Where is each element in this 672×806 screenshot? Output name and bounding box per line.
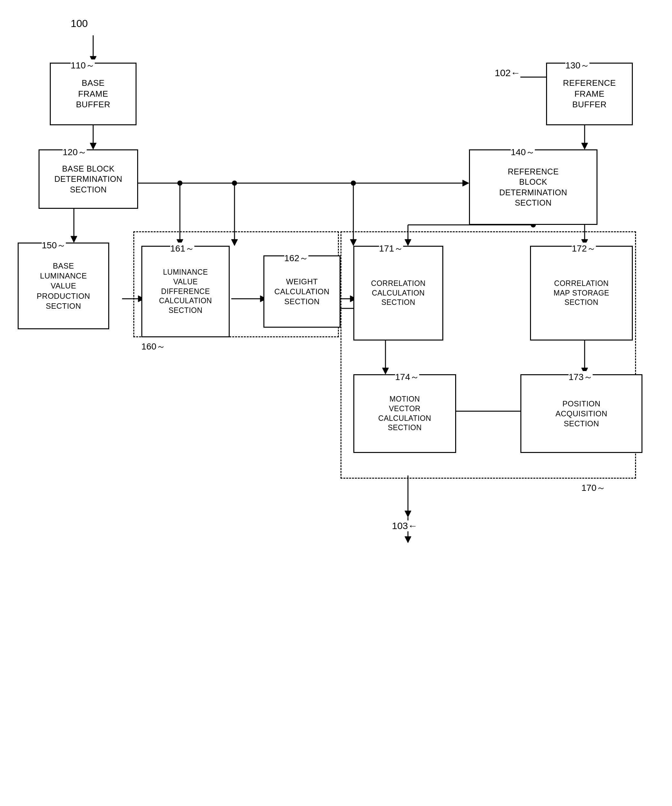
svg-point-12 — [351, 180, 356, 186]
box-162: WEIGHTCALCULATIONSECTION — [263, 255, 340, 328]
label-170: 170～ — [581, 482, 606, 494]
label-140: 140～ — [511, 146, 535, 159]
box-171: CORRELATIONCALCULATIONSECTION — [353, 246, 443, 340]
label-162: 162～ — [284, 252, 309, 264]
svg-marker-9 — [462, 180, 469, 186]
box-140: REFERENCEBLOCKDETERMINATIONSECTION — [469, 149, 598, 225]
svg-marker-44 — [405, 511, 411, 517]
label-172: 172～ — [572, 243, 596, 255]
svg-marker-7 — [71, 236, 77, 243]
label-100: 100 — [71, 18, 88, 30]
label-120: 120～ — [63, 146, 87, 159]
label-174: 174～ — [395, 371, 419, 383]
box-161: LUMINANCEVALUEDIFFERENCECALCULATIONSECTI… — [141, 246, 230, 337]
box-173: POSITIONACQUISITIONSECTION — [520, 374, 642, 453]
svg-marker-46 — [405, 537, 411, 543]
label-110: 110～ — [71, 59, 95, 72]
label-103: 103← — [392, 520, 418, 531]
svg-point-11 — [232, 180, 237, 186]
label-173: 173～ — [568, 371, 593, 383]
label-160: 160～ — [141, 340, 165, 353]
box-150: BASELUMINANCEVALUEPRODUCTIONSECTION — [18, 243, 109, 329]
box-120: BASE BLOCKDETERMINATIONSECTION — [38, 149, 138, 209]
svg-point-10 — [177, 180, 182, 186]
box-174: MOTIONVECTORCALCULATIONSECTION — [353, 374, 456, 453]
box-110: BASEFRAMEBUFFER — [50, 63, 137, 125]
label-171: 171～ — [379, 243, 403, 255]
box-130: REFERENCEFRAMEBUFFER — [546, 63, 633, 125]
diagram: 100 101← 102← BASEFRAMEBUFFER 110～ BASE … — [0, 0, 672, 806]
label-150: 150～ — [42, 239, 66, 251]
label-161: 161～ — [170, 243, 194, 255]
box-172: CORRELATIONMAP STORAGESECTION — [530, 246, 633, 340]
svg-marker-22 — [581, 143, 588, 149]
label-130: 130～ — [565, 59, 589, 72]
svg-marker-5 — [90, 143, 96, 149]
label-102: 102← — [495, 68, 520, 78]
